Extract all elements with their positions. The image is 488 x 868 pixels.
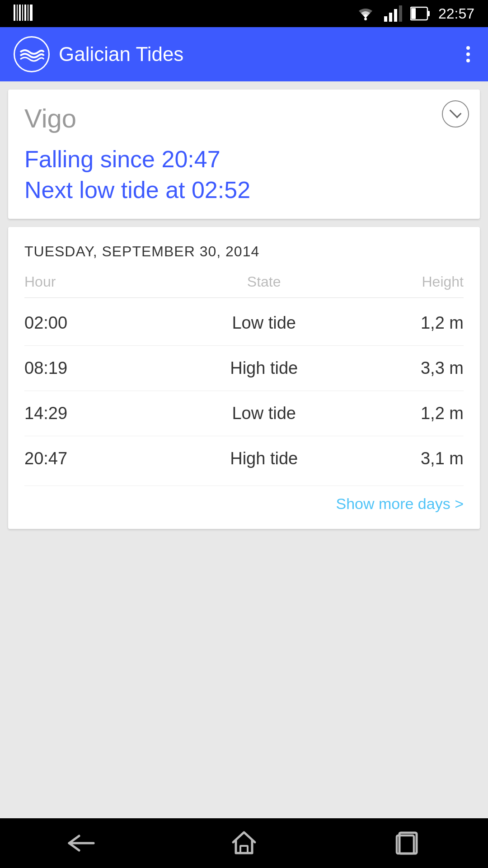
chevron-down-icon — [450, 106, 462, 118]
show-more-days-link[interactable]: Show more days > — [336, 495, 464, 512]
wifi-icon — [355, 5, 376, 22]
tide-table-card: TUESDAY, SEPTEMBER 30, 2014 Hour State H… — [8, 227, 480, 529]
svg-rect-4 — [24, 5, 26, 21]
app-title: Galician Tides — [59, 43, 462, 66]
tide-table-date: TUESDAY, SEPTEMBER 30, 2014 — [24, 243, 464, 260]
recents-button[interactable] — [380, 825, 434, 861]
show-more-container: Show more days > — [24, 486, 464, 513]
svg-rect-15 — [411, 8, 416, 19]
barcode-icon — [14, 5, 33, 21]
table-row: 08:19High tide3,3 m — [24, 346, 464, 391]
svg-rect-14 — [427, 11, 430, 16]
column-header-height: Height — [344, 274, 464, 290]
battery-icon — [410, 5, 430, 22]
table-row: 02:00Low tide1,2 m — [24, 301, 464, 346]
tide-next-low-status: Next low tide at 02:52 — [24, 175, 464, 206]
nav-bar — [0, 818, 488, 868]
tide-row-state: Low tide — [184, 404, 343, 423]
tide-row-hour: 20:47 — [24, 449, 184, 468]
table-row: 20:47High tide3,1 m — [24, 436, 464, 481]
app-bar: Galician Tides — [0, 27, 488, 81]
svg-rect-3 — [22, 5, 23, 21]
svg-rect-11 — [394, 9, 397, 22]
svg-rect-6 — [30, 5, 32, 21]
tide-row-hour: 08:19 — [24, 359, 184, 378]
tide-table-body: 02:00Low tide1,2 m08:19High tide3,3 m14:… — [24, 301, 464, 481]
overflow-dot-1 — [466, 46, 470, 50]
tide-table-header: Hour State Height — [24, 274, 464, 298]
tide-row-state: Low tide — [184, 313, 343, 333]
location-selector-button[interactable] — [442, 100, 469, 127]
column-header-hour: Hour — [24, 274, 184, 290]
current-status-card: Vigo Falling since 20:47 Next low tide a… — [8, 90, 480, 219]
overflow-menu-button[interactable] — [462, 42, 474, 67]
back-arrow-icon — [66, 833, 97, 853]
svg-rect-7 — [32, 5, 33, 21]
tide-row-hour: 02:00 — [24, 313, 184, 333]
status-bar: 22:57 — [0, 0, 488, 27]
home-icon — [230, 830, 258, 857]
overflow-dot-3 — [466, 59, 470, 62]
overflow-dot-2 — [466, 52, 470, 56]
tide-row-height: 3,3 m — [344, 359, 464, 378]
svg-rect-0 — [14, 5, 15, 21]
tide-falling-status: Falling since 20:47 — [24, 144, 464, 175]
main-content: Vigo Falling since 20:47 Next low tide a… — [0, 81, 488, 818]
signal-icon — [384, 5, 402, 22]
tide-row-height: 3,1 m — [344, 449, 464, 468]
tide-row-height: 1,2 m — [344, 404, 464, 423]
svg-rect-2 — [19, 5, 21, 21]
back-button[interactable] — [54, 825, 108, 861]
svg-point-8 — [364, 18, 367, 20]
svg-rect-9 — [384, 16, 387, 22]
tide-row-state: High tide — [184, 449, 343, 468]
table-row: 14:29Low tide1,2 m — [24, 391, 464, 436]
column-header-state: State — [184, 274, 343, 290]
tide-row-height: 1,2 m — [344, 313, 464, 333]
home-button[interactable] — [217, 825, 271, 861]
tide-row-state: High tide — [184, 359, 343, 378]
tide-row-hour: 14:29 — [24, 404, 184, 423]
app-logo — [14, 36, 50, 72]
status-bar-left — [14, 5, 33, 23]
svg-rect-1 — [17, 5, 18, 21]
status-time: 22:57 — [438, 5, 474, 22]
svg-rect-10 — [389, 13, 392, 22]
svg-rect-5 — [28, 5, 28, 21]
location-name: Vigo — [24, 103, 464, 133]
recents-icon — [393, 831, 420, 855]
svg-rect-12 — [399, 5, 402, 22]
